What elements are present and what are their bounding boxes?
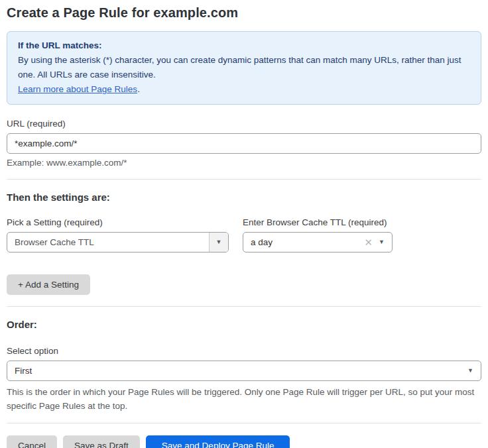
order-value: First [7,366,467,376]
url-input[interactable] [7,133,481,154]
ttl-column: Enter Browser Cache TTL (required) a day… [243,204,393,252]
chevron-down-icon: ▼ [379,239,392,245]
divider [7,306,481,307]
order-dropdown[interactable]: First ▼ [7,361,481,381]
clear-icon[interactable]: ✕ [365,237,379,247]
divider [7,179,481,180]
pick-setting-value: Browser Cache TTL [7,237,209,247]
create-page-rule-panel: Create a Page Rule for example.com If th… [0,0,488,448]
settings-section-heading: Then the settings are: [7,192,481,203]
url-match-info-box: If the URL matches: By using the asteris… [7,31,481,105]
pick-setting-column: Pick a Setting (required) Browser Cache … [7,204,229,252]
info-box-heading: If the URL matches: [18,38,470,53]
settings-row: Pick a Setting (required) Browser Cache … [7,204,481,252]
chevron-down-icon: ▼ [467,368,481,374]
pick-setting-caret-segment[interactable]: ▼ [209,233,228,252]
pick-setting-dropdown[interactable]: Browser Cache TTL ▼ [7,232,229,252]
divider [7,423,481,423]
learn-more-link[interactable]: Learn more about Page Rules [18,84,137,94]
url-example-text: Example: www.example.com/* [7,158,481,168]
cancel-button[interactable]: Cancel [7,435,57,448]
save-and-deploy-button[interactable]: Save and Deploy Page Rule [146,435,290,448]
ttl-dropdown[interactable]: a day ✕ ▼ [243,232,393,252]
pick-setting-label: Pick a Setting (required) [7,217,229,227]
order-select-label: Select option [7,346,481,356]
info-box-link-line: Learn more about Page Rules. [18,82,470,97]
link-suffix: . [137,84,140,94]
save-as-draft-button[interactable]: Save as Draft [63,435,140,448]
footer-actions: Cancel Save as Draft Save and Deploy Pag… [7,435,481,448]
order-section-heading: Order: [7,319,481,330]
page-title: Create a Page Rule for example.com [7,5,481,21]
add-setting-button[interactable]: + Add a Setting [7,274,90,295]
ttl-value: a day [243,237,365,247]
ttl-label: Enter Browser Cache TTL (required) [243,217,393,227]
info-box-body: By using the asterisk (*) character, you… [18,53,470,82]
url-field-label: URL (required) [7,119,481,129]
chevron-down-icon: ▼ [216,239,222,245]
order-help-text: This is the order in which your Page Rul… [7,385,481,413]
